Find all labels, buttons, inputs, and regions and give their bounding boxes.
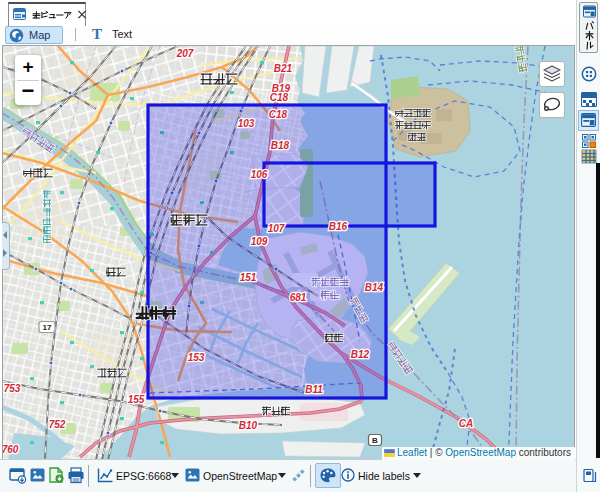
svg-text:107: 107 [268, 223, 285, 234]
svg-text:207: 207 [176, 48, 194, 59]
svg-text:C18: C18 [269, 109, 288, 120]
svg-text:103: 103 [238, 118, 255, 129]
svg-text:106: 106 [251, 169, 268, 180]
svg-text:B12: B12 [351, 349, 370, 360]
svg-text:B14: B14 [365, 282, 384, 293]
svg-text:155: 155 [128, 394, 145, 405]
svg-text:B16: B16 [329, 221, 348, 232]
svg-text:17: 17 [43, 323, 52, 332]
svg-text:109: 109 [251, 236, 268, 247]
svg-text:B: B [372, 436, 378, 445]
svg-text:153: 153 [188, 352, 205, 363]
svg-text:681: 681 [290, 292, 307, 303]
svg-text:760: 760 [2, 444, 19, 455]
svg-text:B11: B11 [305, 384, 323, 395]
svg-text:151: 151 [240, 272, 257, 283]
svg-text:C18: C18 [270, 92, 289, 103]
svg-text:752: 752 [49, 419, 66, 430]
svg-text:B10: B10 [239, 420, 258, 431]
svg-text:B21: B21 [274, 63, 293, 74]
svg-text:753: 753 [4, 383, 21, 394]
svg-text:CA: CA [459, 418, 473, 429]
svg-text:B18: B18 [271, 140, 290, 151]
